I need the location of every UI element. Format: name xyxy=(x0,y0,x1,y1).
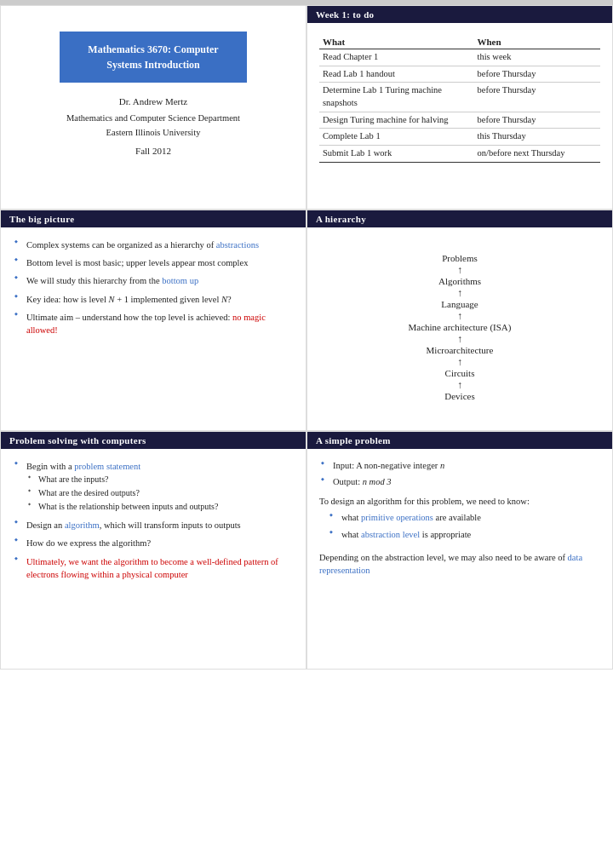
big-picture-bullets: Complex systems can be organized as a hi… xyxy=(13,236,294,339)
slide2-content: What When Read Chapter 1this weekRead La… xyxy=(307,23,612,171)
bullet-1: Complex systems can be organized as a hi… xyxy=(13,236,294,254)
hierarchy-diagram: Problems↑Algorithms↑Language↑Machine arc… xyxy=(319,236,600,411)
todo-when-2: before Thursday xyxy=(474,83,601,112)
slide5-header: Problem solving with computers xyxy=(1,432,306,449)
title-dept: Mathematics and Computer Science Departm… xyxy=(13,112,294,141)
todo-row-1: Read Lab 1 handoutbefore Thursday xyxy=(319,66,600,83)
title-slide-content: Mathematics 3670: Computer Systems Intro… xyxy=(1,6,306,168)
hierarchy-arrow-1: ↑ xyxy=(457,287,462,299)
todo-what-1: Read Lab 1 handout xyxy=(319,66,474,83)
ps-bullet-1: Begin with a problem statement What are … xyxy=(13,457,294,516)
todo-what-0: Read Chapter 1 xyxy=(319,49,474,66)
footer-text: Depending on the abstraction level, we m… xyxy=(319,551,600,577)
slide-big-picture: The big picture Complex systems can be o… xyxy=(0,210,306,431)
hierarchy-level-0: Problems xyxy=(442,253,478,264)
slide3-header: The big picture xyxy=(1,210,306,227)
bullet-2: Bottom level is most basic; upper levels… xyxy=(13,254,294,272)
todo-row-4: Complete Lab 1this Thursday xyxy=(319,129,600,146)
primitive-ops-link: primitive operations xyxy=(361,513,433,522)
slide3-content: Complex systems can be organized as a hi… xyxy=(1,227,306,348)
slide6-header: A simple problem xyxy=(307,432,612,449)
slide5-content: Begin with a problem statement What are … xyxy=(1,449,306,592)
slide-problem-solving: Problem solving with computers Begin wit… xyxy=(0,431,306,670)
todo-what-5: Submit Lab 1 work xyxy=(319,146,474,163)
simple-problem-bullets: Input: A non-negative integer n Output: … xyxy=(319,457,600,490)
hierarchy-arrow-0: ↑ xyxy=(457,264,462,276)
col-what-header: What xyxy=(319,35,474,49)
col-when-header: When xyxy=(474,35,601,49)
todo-when-5: on/before next Thursday xyxy=(474,146,601,163)
slides-grid: Mathematics 3670: Computer Systems Intro… xyxy=(0,5,613,670)
todo-row-5: Submit Lab 1 workon/before next Thursday xyxy=(319,146,600,163)
title-date: Fall 2012 xyxy=(13,146,294,156)
hierarchy-arrow-3: ↑ xyxy=(457,333,462,345)
todo-when-0: this week xyxy=(474,49,601,66)
slide-week1-todo: Week 1: to do What When Read Chapter 1th… xyxy=(306,5,613,210)
slide-title: Mathematics 3670: Computer Systems Intro… xyxy=(0,5,306,210)
hierarchy-level-3: Machine architecture (ISA) xyxy=(409,322,512,333)
ps-sub-1: What are the inputs? xyxy=(26,473,294,486)
hierarchy-arrow-5: ↑ xyxy=(457,379,462,391)
ps-sub-3: What is the relationship between inputs … xyxy=(26,500,294,514)
bullet-4: Key idea: how is level N + 1 implemented… xyxy=(13,290,294,308)
title-author: Dr. Andrew Mertz xyxy=(13,96,294,106)
todo-when-3: before Thursday xyxy=(474,112,601,129)
hierarchy-level-1: Algorithms xyxy=(438,276,481,287)
hierarchy-level-4: Microarchitecture xyxy=(427,345,494,356)
ps-sub-2: What are the desired outputs? xyxy=(26,486,294,500)
todo-what-4: Complete Lab 1 xyxy=(319,129,474,146)
design-bullets: what primitive operations are available … xyxy=(319,509,600,542)
hierarchy-level-6: Devices xyxy=(444,391,474,402)
design-bullet-1: what primitive operations are available xyxy=(328,509,600,526)
todo-what-2: Determine Lab 1 Turing machine snapshots xyxy=(319,83,474,112)
todo-when-4: this Thursday xyxy=(474,129,601,146)
todo-tbody: Read Chapter 1this weekRead Lab 1 handou… xyxy=(319,49,600,163)
title-box: Mathematics 3670: Computer Systems Intro… xyxy=(60,32,247,83)
design-bullet-2: what abstraction level is appropriate xyxy=(328,526,600,543)
design-intro: To design an algorithm for this problem,… xyxy=(319,497,600,506)
sp-output: Output: n mod 3 xyxy=(319,474,600,490)
slide4-content: Problems↑Algorithms↑Language↑Machine arc… xyxy=(307,227,612,419)
slide-hierarchy: A hierarchy Problems↑Algorithms↑Language… xyxy=(306,210,613,431)
slide6-content: Input: A non-negative integer n Output: … xyxy=(307,449,612,585)
ultimately-link: Ultimately, we want the algorithm to bec… xyxy=(26,557,278,579)
slide-simple-problem: A simple problem Input: A non-negative i… xyxy=(306,431,613,670)
algorithm-link: algorithm xyxy=(65,520,100,530)
sp-input: Input: A non-negative integer n xyxy=(319,457,600,474)
slide2-header: Week 1: to do xyxy=(307,6,612,23)
course-title: Mathematics 3670: Computer Systems Intro… xyxy=(77,42,230,72)
page: Mathematics 3670: Computer Systems Intro… xyxy=(0,0,613,670)
ps-bullet-3: How do we express the algorithm? xyxy=(13,534,294,552)
todo-when-1: before Thursday xyxy=(474,66,601,83)
problem-statement-link: problem statement xyxy=(74,462,140,471)
ps-bullet-2: Design an algorithm, which will transfor… xyxy=(13,516,294,534)
todo-what-3: Design Turing machine for halving xyxy=(319,112,474,129)
todo-row-0: Read Chapter 1this week xyxy=(319,49,600,66)
ps-sub-list-1: What are the inputs? What are the desire… xyxy=(26,473,294,514)
problem-solving-bullets: Begin with a problem statement What are … xyxy=(13,457,294,583)
bottom-up-link: bottom up xyxy=(162,276,198,285)
hierarchy-arrow-4: ↑ xyxy=(457,356,462,368)
todo-row-2: Determine Lab 1 Turing machine snapshots… xyxy=(319,83,600,112)
todo-table: What When Read Chapter 1this weekRead La… xyxy=(319,35,600,163)
bullet-5: Ultimate aim – understand how the top le… xyxy=(13,308,294,339)
abstractions-link: abstractions xyxy=(216,240,259,250)
ps-bullet-4: Ultimately, we want the algorithm to bec… xyxy=(13,553,294,583)
hierarchy-level-5: Circuits xyxy=(445,368,475,379)
hierarchy-arrow-2: ↑ xyxy=(457,310,462,322)
abstraction-level-link: abstraction level xyxy=(361,530,420,539)
todo-row-3: Design Turing machine for halvingbefore … xyxy=(319,112,600,129)
slide4-header: A hierarchy xyxy=(307,210,612,227)
hierarchy-level-2: Language xyxy=(441,299,478,310)
bullet-3: We will study this hierarchy from the bo… xyxy=(13,272,294,290)
